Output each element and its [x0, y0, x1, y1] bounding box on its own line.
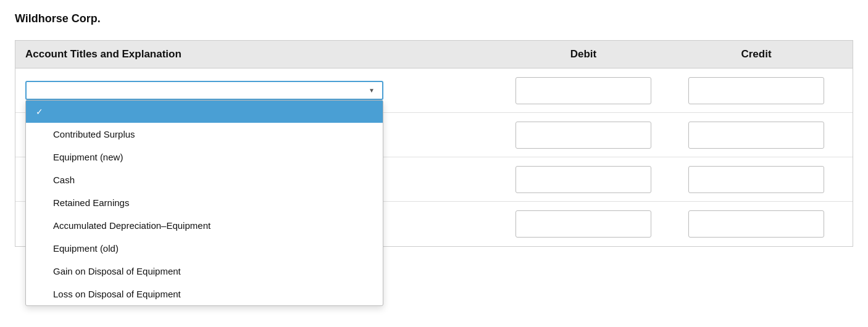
debit-input-row-1[interactable]	[515, 77, 651, 104]
option-label-accum-depreciation: Accumulated Depreciation–Equipment	[53, 220, 211, 231]
row-1-credit-cell	[670, 77, 843, 104]
option-label-cash: Cash	[53, 175, 75, 185]
dropdown-option-cash[interactable]: Cash	[26, 168, 383, 191]
account-select-row-1[interactable]: ▼	[25, 81, 383, 100]
option-label-contributed-surplus: Contributed Surplus	[53, 129, 135, 139]
debit-input-row-2[interactable]	[515, 122, 651, 149]
row-4-credit-cell	[670, 210, 843, 238]
row-1-debit-cell	[497, 77, 670, 104]
option-label-retained-earnings: Retained Earnings	[53, 197, 129, 208]
company-name-heading: Wildhorse Corp.	[15, 12, 853, 25]
option-label-equipment-new: Equipment (new)	[53, 152, 123, 162]
row-2-credit-cell	[670, 122, 843, 149]
option-label-loss-disposal: Loss on Disposal of Equipment	[53, 289, 181, 299]
credit-input-row-4[interactable]	[688, 210, 824, 238]
credit-input-row-3[interactable]	[688, 166, 824, 193]
dropdown-option-equipment-old[interactable]: Equipment (old)	[26, 237, 383, 260]
header-account: Account Titles and Explanation	[25, 48, 497, 60]
credit-input-row-2[interactable]	[688, 122, 824, 149]
table-body: ▼ ✓ Contributed Surplus Equipment (new)	[15, 68, 853, 247]
table-row: ▼ ✓ Contributed Surplus Equipment (new)	[15, 68, 853, 113]
check-icon: ✓	[36, 107, 47, 117]
credit-input-row-1[interactable]	[688, 77, 824, 104]
dropdown-option-contributed-surplus[interactable]: Contributed Surplus	[26, 123, 383, 146]
row-1-account-cell: ▼ ✓ Contributed Surplus Equipment (new)	[25, 81, 497, 100]
header-credit: Credit	[670, 48, 843, 60]
debit-input-row-3[interactable]	[515, 166, 651, 193]
option-label-gain-disposal: Gain on Disposal of Equipment	[53, 266, 181, 276]
dropdown-option-retained-earnings[interactable]: Retained Earnings	[26, 191, 383, 214]
dropdown-option-accum-depreciation[interactable]: Accumulated Depreciation–Equipment	[26, 214, 383, 237]
dropdown-option-blank[interactable]: ✓	[26, 101, 383, 123]
chevron-down-icon: ▼	[369, 87, 375, 94]
table-header-row: Account Titles and Explanation Debit Cre…	[15, 40, 853, 68]
row-3-credit-cell	[670, 166, 843, 193]
header-debit: Debit	[497, 48, 670, 60]
row-3-debit-cell	[497, 166, 670, 193]
row-2-debit-cell	[497, 122, 670, 149]
row-4-debit-cell	[497, 210, 670, 238]
dropdown-option-gain-disposal[interactable]: Gain on Disposal of Equipment	[26, 260, 383, 283]
dropdown-menu: ✓ Contributed Surplus Equipment (new) Ca…	[25, 100, 383, 306]
dropdown-option-equipment-new[interactable]: Equipment (new)	[26, 146, 383, 168]
debit-input-row-4[interactable]	[515, 210, 651, 238]
journal-entry-table: Account Titles and Explanation Debit Cre…	[15, 40, 853, 247]
dropdown-option-loss-disposal[interactable]: Loss on Disposal of Equipment	[26, 283, 383, 305]
option-label-equipment-old: Equipment (old)	[53, 243, 119, 254]
